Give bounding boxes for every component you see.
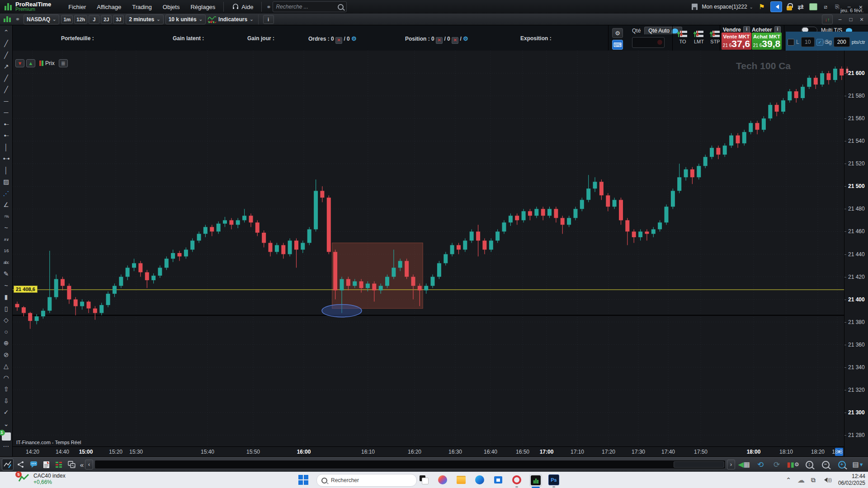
collapse-toolbar-button[interactable]: ▤▼ [853,459,863,470]
tool-zigzag[interactable]: ~ [1,222,12,234]
taskbar-app-opera[interactable] [511,474,523,486]
taskbar-app-edge[interactable] [474,474,486,486]
tool-circle-tool[interactable]: ⊕ [1,338,12,349]
tool-vertical-line[interactable]: │ [1,141,12,153]
tool-triangle-tool[interactable]: △ [1,361,12,372]
tool-pencil[interactable]: ✎ [1,268,12,280]
quotes-list-icon[interactable] [809,3,817,10]
tool-vertical-segment[interactable]: │ [1,164,12,176]
tool-horizontal-segment[interactable]: ─ [1,107,12,119]
close-position2-icon[interactable]: ✕ [452,37,458,44]
workspace-selector[interactable]: Mon espace(1)222 ⌄ [702,4,753,10]
tool-horizontal-line[interactable]: ─ [1,95,12,107]
tool-rect-outline[interactable]: ▯ [1,303,12,314]
tool-diamond[interactable]: ◇ [1,314,12,326]
indicators-selector[interactable]: Indicateurs ⌄ [218,16,253,23]
window-minimize-icon[interactable]: – [836,15,844,23]
order-type-to[interactable]: TO [677,30,688,44]
screenshot-icon[interactable]: ⧄ [822,3,829,11]
sell-arrow-chip[interactable]: ▼ [15,59,24,67]
chart-scrollbar[interactable] [94,460,726,469]
zoom-out-button[interactable]: − [820,459,831,470]
timeframe-button-j[interactable]: J [89,15,99,24]
link-icon[interactable]: ⚭ [264,3,273,11]
limit-checkbox[interactable] [788,39,794,46]
chat-button[interactable] [28,459,39,470]
scrollbar-thumb[interactable] [674,461,724,468]
chart-settings-button[interactable]: ▮▮⚙ [788,459,798,470]
taskbar-app-file-explorer[interactable] [455,474,467,486]
tool-two-point-segment[interactable]: ●─● [1,153,12,165]
time-axis[interactable]: » 14:2014:4015:0015:2015:3015:4015:5016:… [13,446,844,457]
instrument-selector[interactable]: NASDAQ ⌄ [24,14,59,24]
timeframe-button-3j[interactable]: 3J [113,15,124,24]
start-button[interactable] [298,475,308,485]
tool-segment[interactable]: ╱ [1,49,12,61]
tool-arrow-line[interactable]: ↗ [1,61,12,73]
stop-checkbox[interactable]: ✓ [816,39,823,46]
sell-market-button[interactable]: Vente MKT 21 637,6 [722,33,751,50]
menu-item-aide[interactable]: Aide [226,0,259,14]
windows-button[interactable] [66,459,77,470]
lock-sync-icon[interactable] [787,6,792,10]
close-position-icon[interactable]: ✕ [436,37,443,44]
menu-item-trading[interactable]: Trading [127,0,157,14]
limit-value-input[interactable]: 10 [801,37,815,47]
history-calendar-button[interactable]: ◀▦ [739,459,750,470]
taskbar-widget[interactable]: 5 CAC40 index +0,66% [18,473,66,485]
price-series-chip[interactable]: Prix [37,59,57,68]
tool-wave-abc[interactable]: abc [1,257,12,268]
wrench-settings-icon[interactable]: ⚙ [612,28,623,38]
tray-chevron-icon[interactable]: ⌃ [786,476,791,483]
units-selector[interactable]: 10 k unités ⌄ [165,14,206,24]
taskbar-clock[interactable]: 12:44 06/02/2025 [838,473,865,487]
more-tools-button[interactable]: ⋯ [1,441,12,452]
scroll-left-button[interactable]: ‹ [85,460,93,469]
menu-item-réglages[interactable]: Réglages [185,0,221,14]
taskbar-app-prorealtime[interactable] [529,474,542,487]
zoom-in-button[interactable]: + [836,459,847,470]
sell-info-icon[interactable]: i [743,26,750,33]
tool-angle[interactable]: ∠ [1,199,12,211]
scroll-right-button[interactable]: › [727,460,735,469]
network-icon[interactable]: ⧉ [811,476,816,484]
buy-info-icon[interactable]: i [774,26,781,33]
tool-wave-12345[interactable]: 1-5 [1,245,12,257]
timeframe-button-12h[interactable]: 12h [74,15,87,24]
tool-collapse-down[interactable]: ⌄ [1,418,12,430]
tool-extended-line[interactable]: ╱ [1,84,12,96]
order-type-stp[interactable]: STP [710,30,721,44]
tab-qty-auto[interactable]: Qté Auto [644,27,682,34]
tool-freehand[interactable]: ~ [1,280,12,291]
tool-ellipse-tool[interactable]: ○ [1,326,12,338]
redo-button[interactable]: ⟳ [771,459,782,470]
onedrive-cloud-icon[interactable]: ☁ [797,476,805,484]
price-axis[interactable]: 21 28021 30021 32021 34021 36021 38021 4… [844,51,868,456]
buy-arrow-chip[interactable]: ▲ [26,59,35,67]
tool-collapse-up[interactable]: ⌃ [1,26,12,38]
taskbar-app-microsoft-store[interactable] [492,474,504,486]
tool-no-circle[interactable]: ⊘ [1,349,12,361]
detach-window-icon[interactable]: ⎘ [834,3,841,11]
info-button[interactable]: i [263,15,274,24]
tool-elliott-wave[interactable]: ∧∨ [1,234,12,245]
tool-rect-filled[interactable]: ▮ [1,291,12,303]
stop-value-input[interactable]: 200 [834,37,850,47]
taskbar-search[interactable]: Rechercher [316,474,417,487]
taskbar-app-photoshop[interactable]: Ps [548,474,560,486]
list-icon[interactable]: ☰ [59,59,68,67]
volume-icon[interactable]: ))) [822,478,832,483]
tool-arc-tool[interactable]: ◠ [1,372,12,384]
save-workspace-icon[interactable] [692,4,698,10]
undo-button[interactable]: ⟲ [755,459,766,470]
sync-icon[interactable]: ⇄ [797,3,805,11]
share-button[interactable] [15,459,26,470]
keyboard-icon[interactable]: ⌨ [612,40,623,50]
period-selector[interactable]: 2 minutes ⌄ [126,14,163,24]
window-restore-icon[interactable]: □ [847,15,854,23]
position-settings-icon[interactable]: ⚙ [463,35,468,42]
zoom-auto-button[interactable]: ↕ [804,459,815,470]
buy-market-button[interactable]: Achat MKT 21 639,8 [752,33,782,50]
collapse-left-icon[interactable]: « [79,459,85,470]
quantity-input[interactable] [632,37,665,48]
